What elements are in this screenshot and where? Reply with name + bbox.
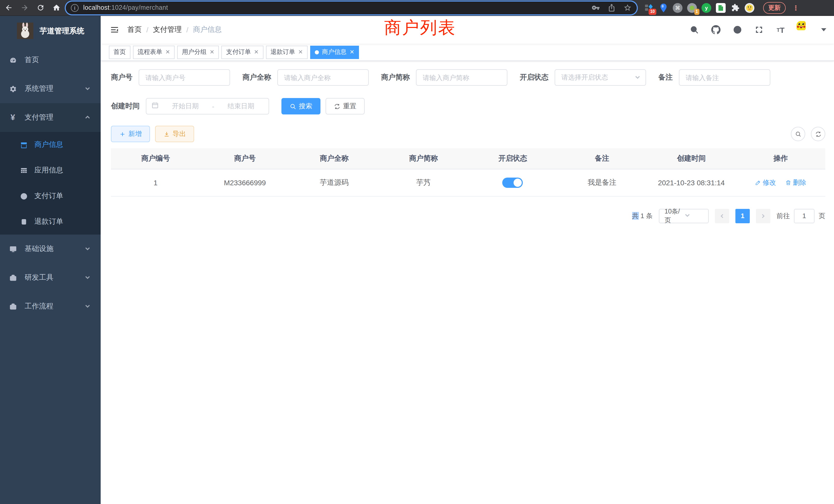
delete-button[interactable]: 删除	[785, 178, 806, 187]
chevron-down-icon	[85, 85, 90, 93]
close-icon[interactable]: ✕	[350, 49, 354, 55]
grid-icon	[20, 166, 28, 175]
url-text: localhost:1024/pay/merchant	[83, 4, 168, 11]
extension-command-icon[interactable]: ⌘	[673, 3, 682, 13]
app-logo-row[interactable]: 芋道管理系统	[0, 16, 101, 46]
sidebar-item-infrastructure[interactable]: 基础设施	[0, 234, 101, 263]
goto-page-input[interactable]	[794, 209, 814, 223]
page-size-select[interactable]: 10条/页	[659, 209, 709, 223]
tab-merchant-info[interactable]: 商户信息✕	[310, 45, 359, 59]
filter-remark: 备注	[658, 69, 770, 86]
search-button[interactable]: 搜索	[281, 98, 321, 114]
col-remark: 备注	[557, 148, 647, 169]
filter-short-name: 商户简称	[381, 69, 507, 86]
tab-refund-order[interactable]: 退款订单✕	[266, 45, 307, 59]
browser-forward-icon[interactable]	[20, 3, 29, 12]
chevron-down-icon	[85, 274, 90, 282]
extension-docs-icon[interactable]	[716, 3, 726, 13]
export-button[interactable]: 导出	[155, 126, 194, 142]
breadcrumb: 首页 / 支付管理 / 商户信息	[127, 25, 222, 35]
header-search-icon[interactable]	[689, 24, 700, 36]
sidebar-item-home[interactable]: 首页	[0, 46, 101, 74]
font-size-icon[interactable]: TT	[775, 24, 786, 36]
next-page-button[interactable]	[756, 209, 770, 223]
github-icon[interactable]	[710, 24, 722, 36]
extension-grid-icon[interactable]: 10	[644, 3, 654, 13]
tab-home[interactable]: 首页	[109, 45, 130, 59]
toggle-search-button[interactable]	[791, 127, 805, 141]
cell-short-name: 芋艿	[379, 169, 468, 196]
address-bar[interactable]: i localhost:1024/pay/merchant	[66, 1, 637, 14]
pagination-total: 共 1 条	[632, 211, 653, 221]
full-name-input[interactable]	[277, 69, 369, 86]
extension-profile-icon[interactable]: 1	[687, 3, 697, 13]
help-icon[interactable]	[732, 24, 743, 36]
sidebar-item-system[interactable]: 系统管理	[0, 74, 101, 103]
status-select[interactable]: 请选择开启状态	[555, 69, 646, 86]
prev-page-button[interactable]	[715, 209, 729, 223]
breadcrumb-payment[interactable]: 支付管理	[153, 25, 182, 35]
close-icon[interactable]: ✕	[210, 49, 214, 55]
bookmark-star-icon[interactable]	[623, 3, 632, 12]
edit-button[interactable]: 修改	[755, 178, 776, 187]
browser-back-icon[interactable]	[4, 3, 13, 12]
extensions-area: 10 ⌘ 1 y 更新 ⋮	[644, 2, 799, 14]
breadcrumb-home[interactable]: 首页	[127, 25, 142, 35]
sidebar-item-dev-tools[interactable]: 研发工具	[0, 263, 101, 292]
tab-user-group[interactable]: 用户分组✕	[177, 45, 219, 59]
extension-pin-icon[interactable]	[658, 3, 668, 13]
user-avatar[interactable]	[796, 21, 814, 39]
extension-y-icon[interactable]: y	[702, 3, 711, 13]
sidebar-item-refund-order[interactable]: 退款订单	[0, 209, 101, 234]
share-icon[interactable]	[607, 3, 616, 12]
sidebar-item-pay-order[interactable]: 支付订单	[0, 183, 101, 209]
tab-process-form[interactable]: 流程表单✕	[133, 45, 175, 59]
site-info-icon[interactable]: i	[71, 4, 79, 12]
sidebar-item-payment[interactable]: ¥ 支付管理	[0, 103, 101, 132]
remark-input[interactable]	[679, 69, 770, 86]
fullscreen-icon[interactable]	[753, 24, 765, 36]
shop-icon	[20, 141, 28, 149]
sidebar-item-workflow[interactable]: 工作流程	[0, 292, 101, 321]
start-date-placeholder: 开始日期	[163, 101, 208, 111]
date-range-picker[interactable]: 开始日期 - 结束日期	[146, 98, 269, 114]
screen: i localhost:1024/pay/merchant 10 ⌘ 1	[0, 0, 834, 504]
page-1-button[interactable]: 1	[736, 209, 750, 223]
col-status: 开启状态	[468, 148, 557, 169]
reset-button[interactable]: 重置	[326, 98, 365, 114]
col-create-time: 创建时间	[647, 148, 736, 169]
tab-pay-order[interactable]: 支付订单✕	[222, 45, 263, 59]
sidebar-item-app-info[interactable]: 应用信息	[0, 158, 101, 183]
browser-home-icon[interactable]	[52, 3, 61, 12]
merchant-no-input[interactable]	[139, 69, 230, 86]
close-icon[interactable]: ✕	[166, 49, 170, 55]
extension-emoji-icon[interactable]	[745, 3, 754, 13]
annotation-merchant-list: 商户列表	[384, 17, 456, 40]
add-button[interactable]: 新增	[111, 126, 150, 142]
browser-menu-dots-icon[interactable]: ⋮	[792, 4, 799, 12]
active-dot	[315, 50, 319, 54]
avatar-caret-icon[interactable]	[821, 28, 826, 31]
sidebar-item-label: 基础设施	[25, 244, 85, 254]
field-label: 开启状态	[520, 73, 555, 82]
table-row[interactable]: 1 M233666999 芋道源码 芋艿 我是备注 2021-10-23 08:…	[111, 169, 825, 196]
date-separator: -	[212, 102, 214, 110]
sidebar-fold-icon[interactable]	[106, 21, 123, 39]
password-key-icon[interactable]	[591, 3, 600, 12]
browser-update-button[interactable]: 更新	[763, 2, 786, 14]
extension-puzzle-icon[interactable]	[730, 3, 740, 13]
sidebar: 芋道管理系统 首页 系统管理 ¥ 支付管理	[0, 16, 101, 504]
briefcase-icon	[9, 302, 17, 311]
close-icon[interactable]: ✕	[254, 49, 259, 55]
page-unit-label: 页	[818, 211, 825, 221]
short-name-input[interactable]	[416, 69, 507, 86]
sidebar-item-label: 退款订单	[35, 217, 63, 226]
refresh-button[interactable]	[811, 127, 825, 141]
cell-merchant-id: 1	[111, 169, 200, 196]
browser-reload-icon[interactable]	[36, 3, 45, 12]
sidebar-item-merchant-info[interactable]: 商户信息	[0, 132, 101, 158]
status-toggle-on[interactable]	[503, 177, 523, 188]
cell-full-name: 芋道源码	[290, 169, 379, 196]
page-content: 商户号 商户全称 商户简称 开启状态 请选择开启状态	[101, 61, 834, 504]
close-icon[interactable]: ✕	[298, 49, 303, 55]
